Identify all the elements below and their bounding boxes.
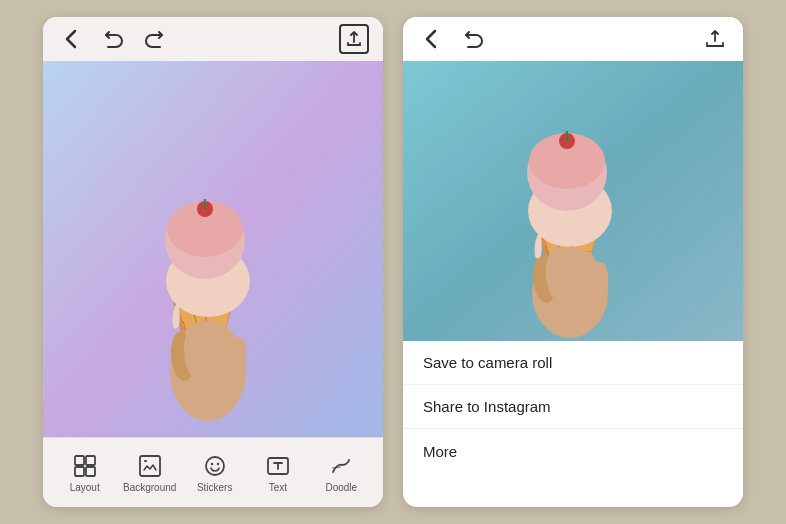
stickers-tool[interactable]: Stickers [190,453,240,493]
svg-rect-21 [75,456,84,465]
canvas-area [43,61,383,437]
top-bar-right-controls [417,25,487,53]
layout-label: Layout [70,482,100,493]
svg-point-26 [206,457,224,475]
doodle-tool[interactable]: Doodle [316,453,366,493]
right-phone: Save to camera roll Share to Instagram M… [403,17,743,507]
redo-button[interactable] [141,25,169,53]
back-button-right[interactable] [417,25,445,53]
text-label: Text [269,482,287,493]
undo-button[interactable] [99,25,127,53]
export-button[interactable] [339,24,369,54]
background-tool[interactable]: Background [123,453,176,493]
background-label: Background [123,482,176,493]
text-tool[interactable]: Text [253,453,303,493]
canvas-area-right [403,61,743,341]
doodle-label: Doodle [325,482,357,493]
undo-button-right[interactable] [459,25,487,53]
stickers-label: Stickers [197,482,233,493]
svg-rect-24 [86,467,95,476]
share-panel: Save to camera roll Share to Instagram M… [403,341,743,473]
more-button[interactable]: More [403,429,743,473]
svg-rect-23 [75,467,84,476]
doodle-icon [328,453,354,479]
svg-rect-25 [140,456,160,476]
svg-point-28 [216,462,218,464]
back-button[interactable] [57,25,85,53]
bottom-toolbar: Layout Background Stickers [43,437,383,507]
layout-icon [72,453,98,479]
top-bar-left-controls [57,25,169,53]
svg-point-27 [210,462,212,464]
layout-tool[interactable]: Layout [60,453,110,493]
top-bar-right-phone [403,17,743,61]
left-phone: Layout Background Stickers [43,17,383,507]
text-icon [265,453,291,479]
share-to-instagram-button[interactable]: Share to Instagram [403,385,743,429]
background-icon [137,453,163,479]
svg-rect-22 [86,456,95,465]
save-to-camera-roll-button[interactable]: Save to camera roll [403,341,743,385]
top-bar-left-phone [43,17,383,61]
stickers-icon [202,453,228,479]
export-button-right[interactable] [701,25,729,53]
